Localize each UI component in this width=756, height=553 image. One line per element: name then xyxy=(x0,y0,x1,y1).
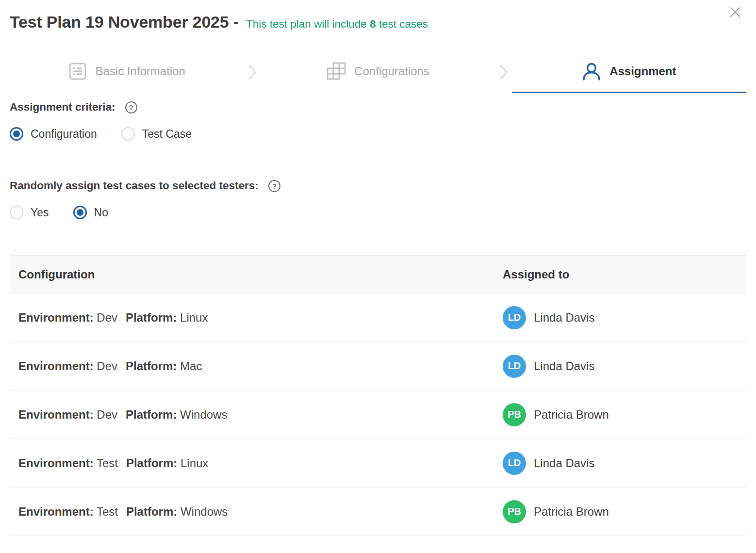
assignee-name: Linda Davis xyxy=(534,311,594,325)
step-separator-chevron-icon xyxy=(495,51,512,93)
table-row: Environment: TestPlatform: Linux LD Lind… xyxy=(10,439,746,487)
platform-value: Windows xyxy=(180,408,227,421)
message-count: 8 xyxy=(370,18,376,30)
random-assign-label: Randomly assign test cases to selected t… xyxy=(10,179,259,192)
step-basic-information-label: Basic Information xyxy=(95,65,185,78)
message-suffix: test cases xyxy=(376,18,428,30)
step-basic-information[interactable]: Basic Information xyxy=(10,51,244,93)
environment-value: Dev xyxy=(97,311,117,324)
column-header-assigned-to: Assigned to xyxy=(503,268,746,281)
environment-value: Test xyxy=(97,505,118,518)
step-configurations-label: Configurations xyxy=(354,65,429,78)
radio-test-case[interactable]: Test Case xyxy=(121,127,192,141)
configuration-cell: Environment: TestPlatform: Linux xyxy=(10,456,503,470)
column-header-configuration: Configuration xyxy=(10,268,503,281)
radio-circle xyxy=(121,127,135,141)
assigned-to-cell[interactable]: LD Linda Davis xyxy=(503,355,746,378)
radio-circle xyxy=(10,206,23,219)
assigned-to-cell[interactable]: LD Linda Davis xyxy=(503,452,746,475)
step-assignment[interactable]: Assignment xyxy=(512,51,746,93)
assignee-name: Patricia Brown xyxy=(534,408,609,422)
random-assign-radio-group: Yes No xyxy=(10,206,746,219)
environment-label: Environment: xyxy=(18,505,94,518)
radio-yes-label: Yes xyxy=(31,206,49,219)
assigned-to-cell[interactable]: PB Patricia Brown xyxy=(503,403,746,426)
close-button[interactable] xyxy=(728,5,742,19)
assigned-to-cell[interactable]: PB Patricia Brown xyxy=(503,500,746,523)
assignee-name: Linda Davis xyxy=(534,456,594,470)
assignment-table-header: Configuration Assigned to xyxy=(10,256,746,293)
wizard-steps: Basic Information Configurations xyxy=(10,51,746,93)
grid-icon xyxy=(327,62,346,81)
person-icon xyxy=(582,62,601,81)
configuration-cell: Environment: DevPlatform: Mac xyxy=(10,359,503,373)
radio-no-label: No xyxy=(94,206,108,219)
platform-label: Platform: xyxy=(126,408,177,421)
environment-label: Environment: xyxy=(18,408,94,421)
radio-circle xyxy=(10,127,23,141)
environment-value: Dev xyxy=(97,408,117,421)
help-icon[interactable]: ? xyxy=(125,101,137,114)
assignment-criteria-radio-group: Configuration Test Case xyxy=(10,127,746,141)
configuration-cell: Environment: DevPlatform: Linux xyxy=(10,311,503,325)
platform-label: Platform: xyxy=(126,311,177,324)
table-row: Environment: DevPlatform: Windows PB Pat… xyxy=(10,390,746,439)
dialog-header: Test Plan 19 November 2025 - This test p… xyxy=(10,13,746,32)
platform-value: Windows xyxy=(181,505,228,518)
test-case-count-message: This test plan will include 8 test cases xyxy=(246,18,428,31)
platform-value: Mac xyxy=(180,359,202,373)
assignment-table-body: Environment: DevPlatform: Linux LD Linda… xyxy=(10,293,746,536)
platform-label: Platform: xyxy=(126,359,177,373)
avatar: LD xyxy=(503,355,526,378)
configuration-cell: Environment: DevPlatform: Windows xyxy=(10,408,503,422)
step-assignment-label: Assignment xyxy=(609,65,676,78)
avatar: PB xyxy=(503,500,526,523)
assignment-criteria-label: Assignment criteria: xyxy=(10,101,115,114)
assignee-name: Linda Davis xyxy=(534,359,594,373)
environment-value: Test xyxy=(97,456,118,470)
table-row: Environment: DevPlatform: Mac LD Linda D… xyxy=(10,342,746,390)
help-icon[interactable]: ? xyxy=(268,180,280,192)
platform-value: Linux xyxy=(181,456,208,470)
close-icon xyxy=(729,6,741,18)
avatar: LD xyxy=(503,452,526,475)
radio-configuration-label: Configuration xyxy=(31,128,97,141)
step-configurations[interactable]: Configurations xyxy=(261,51,495,93)
radio-no[interactable]: No xyxy=(73,206,108,219)
environment-value: Dev xyxy=(97,359,117,373)
create-test-plan-dialog: Test Plan 19 November 2025 - This test p… xyxy=(0,0,756,553)
avatar: PB xyxy=(503,403,526,426)
radio-circle xyxy=(73,206,87,219)
platform-label: Platform: xyxy=(126,505,177,518)
table-row: Environment: TestPlatform: Windows PB Pa… xyxy=(10,487,746,536)
avatar: LD xyxy=(503,306,526,329)
page-title: Test Plan 19 November 2025 - xyxy=(10,13,239,32)
random-assign-section: Randomly assign test cases to selected t… xyxy=(10,179,746,219)
radio-yes[interactable]: Yes xyxy=(10,206,49,219)
list-icon xyxy=(68,62,87,81)
radio-test-case-label: Test Case xyxy=(142,128,192,141)
step-separator-chevron-icon xyxy=(244,51,261,93)
environment-label: Environment: xyxy=(18,456,94,470)
configuration-cell: Environment: TestPlatform: Windows xyxy=(10,505,503,519)
message-prefix: This test plan will include xyxy=(246,18,370,30)
environment-label: Environment: xyxy=(18,359,94,373)
platform-label: Platform: xyxy=(126,456,177,470)
assignment-criteria-section: Assignment criteria: ? Configuration Tes… xyxy=(10,101,746,141)
platform-value: Linux xyxy=(180,311,208,324)
table-row: Environment: DevPlatform: Linux LD Linda… xyxy=(10,293,746,342)
assignment-table: Configuration Assigned to Environment: D… xyxy=(10,255,746,536)
assignee-name: Patricia Brown xyxy=(534,505,609,519)
radio-configuration[interactable]: Configuration xyxy=(10,127,97,141)
assigned-to-cell[interactable]: LD Linda Davis xyxy=(503,306,746,329)
environment-label: Environment: xyxy=(18,311,94,324)
